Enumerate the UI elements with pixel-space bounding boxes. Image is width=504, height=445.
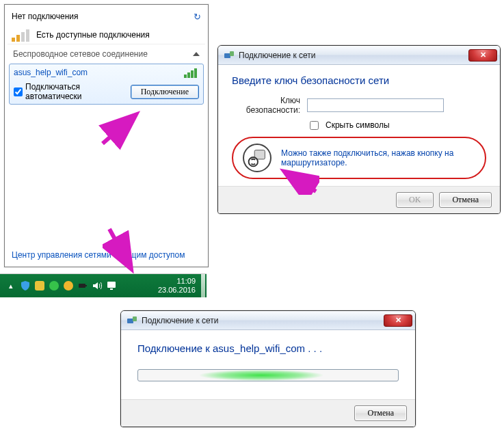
network-flyout: Нет подключения ↻ Есть доступные подключ…: [4, 4, 209, 267]
svg-point-12: [64, 281, 73, 291]
close-icon: ✕: [480, 51, 486, 59]
hide-characters-checkbox[interactable]: [310, 121, 319, 130]
tray-app-icon[interactable]: [34, 280, 45, 291]
network-item-selected[interactable]: asus_help_wifi_com Подключаться автомати…: [9, 64, 204, 105]
svg-rect-16: [110, 288, 113, 290]
cancel-button[interactable]: Отмена: [354, 405, 407, 421]
svg-rect-0: [12, 38, 15, 42]
section-label: Беспроводное сетевое соединение: [13, 49, 148, 59]
tray-shield-icon[interactable]: [20, 280, 31, 291]
svg-rect-5: [187, 72, 190, 78]
svg-rect-22: [127, 319, 133, 323]
svg-rect-13: [79, 284, 85, 288]
auto-connect-input[interactable]: [14, 87, 23, 96]
system-tray[interactable]: ▴: [5, 280, 117, 291]
dialog-title: Подключение к сети: [239, 51, 315, 60]
tray-power-icon[interactable]: [77, 280, 88, 291]
clock-date: 23.06.2016: [158, 286, 196, 295]
titlebar[interactable]: Подключение к сети ✕: [218, 46, 500, 65]
network-center-link[interactable]: Центр управления сетями и общим доступом: [12, 250, 185, 260]
network-connect-icon: [127, 315, 137, 326]
clock[interactable]: 11:09 23.06.2016: [158, 277, 198, 294]
svg-rect-18: [230, 51, 234, 56]
chevron-up-icon: [193, 52, 200, 56]
signal-bars-icon: [12, 28, 31, 42]
signal-bars-small-icon: [184, 67, 199, 78]
router-wps-icon: [243, 144, 271, 172]
svg-rect-10: [35, 281, 44, 291]
connect-button[interactable]: Подключение: [131, 85, 199, 99]
taskbar: ▴ 11:09 23.06.2016: [0, 273, 207, 297]
wireless-section-header[interactable]: Беспроводное сетевое соединение: [8, 44, 205, 64]
refresh-icon[interactable]: ↻: [194, 12, 201, 22]
svg-rect-2: [21, 32, 25, 42]
auto-connect-label: Подключаться автоматически: [25, 82, 125, 101]
svg-rect-14: [85, 285, 87, 286]
tray-chevron-up-icon[interactable]: ▴: [5, 280, 16, 291]
network-name: asus_help_wifi_com: [14, 68, 88, 77]
dialog-heading: Введите ключ безопасности сети: [232, 75, 486, 86]
dialog-title: Подключение к сети: [142, 316, 218, 325]
close-button[interactable]: ✕: [468, 49, 497, 62]
svg-rect-23: [133, 316, 137, 321]
connecting-dialog: Подключение к сети ✕ Подключение к asus_…: [120, 310, 416, 427]
router-hint-text: Можно также подключиться, нажав кнопку н…: [281, 148, 464, 167]
progress-bar: [137, 369, 399, 381]
security-key-dialog: Подключение к сети ✕ Введите ключ безопа…: [217, 45, 501, 214]
connecting-status: Подключение к asus_help_wifi_com . . .: [137, 342, 399, 354]
key-label: Ключ безопасности:: [232, 96, 300, 115]
security-key-input[interactable]: [307, 98, 444, 112]
titlebar[interactable]: Подключение к сети ✕: [121, 311, 415, 330]
tray-globe-icon[interactable]: [49, 280, 59, 291]
svg-point-11: [49, 281, 59, 291]
hide-characters-label: Скрыть символы: [326, 120, 390, 130]
tray-face-icon[interactable]: [63, 280, 74, 291]
svg-rect-1: [16, 35, 20, 42]
close-button[interactable]: ✕: [384, 314, 412, 327]
svg-rect-3: [26, 29, 29, 42]
close-icon: ✕: [395, 316, 401, 324]
svg-rect-4: [184, 75, 187, 78]
progress-glow-icon: [200, 370, 323, 381]
router-hint-bubble: Можно также подключиться, нажав кнопку н…: [232, 137, 486, 179]
auto-connect-checkbox[interactable]: Подключаться автоматически: [14, 82, 125, 101]
svg-rect-7: [194, 68, 197, 78]
svg-rect-15: [107, 282, 116, 288]
available-text: Есть доступные подключения: [36, 30, 150, 40]
network-connect-icon: [224, 50, 235, 61]
svg-rect-6: [191, 70, 194, 78]
dialog-footer: Отмена: [121, 399, 415, 427]
svg-rect-17: [224, 53, 230, 58]
tray-volume-icon[interactable]: [92, 280, 103, 291]
cancel-button[interactable]: Отмена: [439, 192, 492, 208]
dialog-footer: OK Отмена: [218, 186, 500, 213]
show-desktop-button[interactable]: [201, 274, 205, 297]
ok-button[interactable]: OK: [396, 192, 434, 208]
tray-network-icon[interactable]: [106, 280, 117, 291]
clock-time: 11:09: [158, 277, 196, 286]
flyout-title: Нет подключения: [12, 12, 79, 21]
